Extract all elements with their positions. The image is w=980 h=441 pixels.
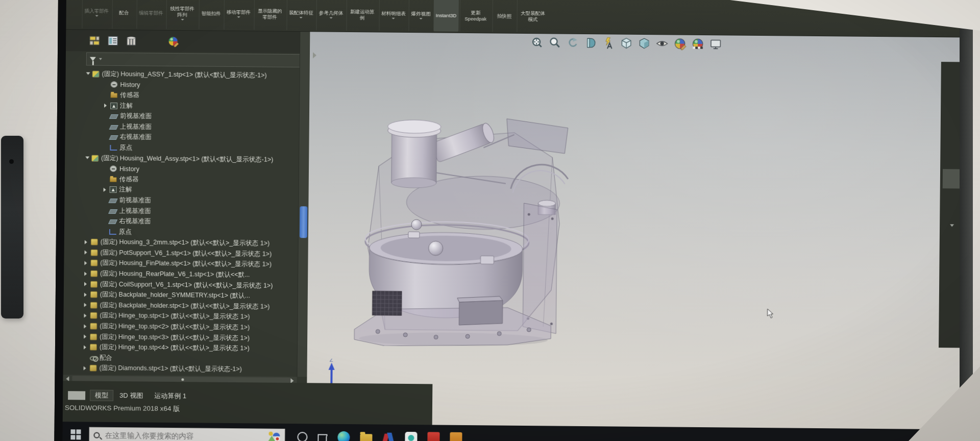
red-app-icon[interactable] <box>427 432 439 441</box>
ribbon-button-12[interactable]: Instant3D <box>433 0 458 32</box>
tree-item-label: (固定) Hinge_top.stp<4> (默认<<默认>_显示状态 1>) <box>100 343 250 353</box>
edge-icon[interactable] <box>337 431 350 441</box>
edit-appearance-icon[interactable] <box>673 37 687 53</box>
hide-show-items-icon[interactable] <box>655 37 669 52</box>
expand-caret-icon[interactable] <box>84 259 90 266</box>
dropdown-caret-icon[interactable] <box>237 16 240 18</box>
ribbon-button-14[interactable]: 拍快照 <box>492 0 516 32</box>
ribbon-button-15[interactable]: 大型装配体模式 <box>517 0 549 32</box>
featuremanager-flyout-chevron[interactable] <box>313 52 316 58</box>
zoom-fit-icon[interactable] <box>530 36 544 51</box>
tree-filter-bar[interactable] <box>86 52 301 67</box>
teal-app-icon[interactable] <box>405 432 417 441</box>
dropdown-caret-icon[interactable] <box>181 19 184 20</box>
expand-caret-icon[interactable] <box>84 281 90 288</box>
file-explorer-pane-icon[interactable] <box>945 123 961 138</box>
expand-caret-icon[interactable] <box>84 364 90 372</box>
document-tab-0[interactable]: 模型 <box>90 390 113 401</box>
tree-item-label: (固定) Housing_3_2mm.stp<1> (默认<<默认>_显示状态 … <box>101 238 270 248</box>
expand-caret-icon[interactable] <box>85 238 91 246</box>
expand-caret-icon[interactable] <box>104 186 110 193</box>
document-tab-1[interactable]: 3D 视图 <box>115 390 148 401</box>
monitor-screen: 插入零部件配合编辑零部件线性零部件阵列智能扣件移动零部件显示隐藏的零部件装配体特… <box>54 0 973 441</box>
part-icon <box>91 239 98 246</box>
ribbon-button-9[interactable]: 新建运动算例 <box>346 0 378 31</box>
expand-caret-icon[interactable] <box>84 291 90 298</box>
tree-item-28[interactable]: (固定) Diamonds.stp<1> (默认<默认_显示状态-1>) <box>63 363 297 376</box>
plane-icon <box>108 209 117 213</box>
file-explorer-icon[interactable] <box>360 434 372 441</box>
tree-item-label: (固定) PotSupport_V6_1.stp<1> (默认<<默认>_显示状… <box>101 249 272 259</box>
cortana-icon[interactable] <box>297 432 307 441</box>
plane-icon <box>109 135 118 140</box>
home-icon[interactable] <box>945 75 961 90</box>
view-palette-icon[interactable] <box>945 147 960 162</box>
expand-caret-icon[interactable] <box>84 344 90 351</box>
ribbon-button-3[interactable]: 线性零部件阵列 <box>166 0 198 29</box>
plane-icon <box>108 199 117 203</box>
expand-caret-icon[interactable] <box>84 302 90 309</box>
plane-icon <box>109 125 118 130</box>
expand-caret-icon[interactable] <box>84 333 90 340</box>
zoom-area-icon[interactable] <box>548 36 561 51</box>
ribbon-button-8[interactable]: 参考几何体 <box>316 0 345 31</box>
vertical-scroll-thumb[interactable] <box>300 206 308 238</box>
orange-app-icon[interactable] <box>450 432 462 441</box>
speaker-object <box>1 136 23 318</box>
custom-properties-icon[interactable] <box>944 195 960 210</box>
expand-caret-icon[interactable] <box>84 270 90 277</box>
ribbon-button-label: 装配体特征 <box>289 10 313 16</box>
section-view-icon[interactable] <box>584 36 597 52</box>
view-orientation-icon[interactable] <box>620 37 633 52</box>
configurationmanager-icon[interactable] <box>125 35 137 47</box>
display-style-icon[interactable] <box>638 37 651 52</box>
annotation-view-icon[interactable] <box>602 36 615 52</box>
ribbon-button-0[interactable]: 插入零部件 <box>82 0 111 29</box>
featuremanager-icon[interactable] <box>88 35 101 47</box>
expand-caret-icon[interactable] <box>84 323 90 330</box>
view-settings-icon[interactable] <box>709 37 722 53</box>
ribbon-button-11[interactable]: 爆炸视图 <box>408 0 433 31</box>
search-input[interactable] <box>104 431 264 441</box>
ribbon-button-13[interactable]: 更新 Speedpak <box>459 0 492 32</box>
dropdown-caret-icon[interactable] <box>329 17 332 19</box>
tab-scroll-button[interactable] <box>68 391 85 400</box>
dropdown-caret-icon[interactable] <box>392 18 395 19</box>
task-view-icon[interactable] <box>317 434 327 441</box>
appearances-icon[interactable] <box>945 171 960 186</box>
ribbon-button-label: 线性零部件阵列 <box>169 6 196 17</box>
collapse-pane-icon[interactable] <box>950 224 954 227</box>
apply-scene-icon[interactable] <box>691 37 704 53</box>
expand-caret-icon[interactable] <box>104 102 110 109</box>
tree-item-label: (固定) Backplate_holder_SYMMETRY.stp<1> (默… <box>100 290 250 301</box>
design-library-icon[interactable] <box>945 99 961 114</box>
expand-caret-icon[interactable] <box>86 70 92 78</box>
dropdown-caret-icon[interactable] <box>95 15 98 17</box>
ribbon-button-6[interactable]: 显示隐藏的零部件 <box>254 0 286 30</box>
dropdown-caret-icon[interactable] <box>300 17 303 18</box>
solidworks-app-icon[interactable] <box>382 432 395 441</box>
search-highlights-icon[interactable] <box>268 431 280 441</box>
tree-item-label: 右视基准面 <box>119 217 151 226</box>
tree-item-label: 传感器 <box>120 91 139 100</box>
document-tab-2[interactable]: 运动算例 1 <box>150 391 191 402</box>
ribbon-button-5[interactable]: 移动零部件 <box>224 0 253 30</box>
start-icon[interactable] <box>70 429 82 440</box>
previous-view-icon[interactable] <box>566 36 579 52</box>
filter-dropdown-caret[interactable] <box>99 58 102 60</box>
ribbon-button-4[interactable]: 智能扣件 <box>199 0 223 30</box>
ribbon-button-10[interactable]: 材料明细表 <box>379 0 408 31</box>
assembly-3d-model[interactable] <box>331 111 573 348</box>
part-icon <box>90 365 97 372</box>
expand-caret-icon[interactable] <box>85 249 91 256</box>
propertymanager-icon[interactable] <box>107 35 119 47</box>
ribbon-button-7[interactable]: 装配体特征 <box>286 0 315 30</box>
taskbar-search-input[interactable] <box>89 427 285 441</box>
ribbon-button-1[interactable]: 配合 <box>112 0 136 29</box>
expand-caret-icon[interactable] <box>84 312 90 319</box>
graphics-viewport[interactable]: Z Y X <box>307 32 973 429</box>
dropdown-caret-icon[interactable] <box>420 18 423 19</box>
expand-caret-icon[interactable] <box>85 155 91 162</box>
displaymanager-icon[interactable] <box>167 35 179 47</box>
ribbon-button-2[interactable]: 编辑零部件 <box>136 0 165 29</box>
